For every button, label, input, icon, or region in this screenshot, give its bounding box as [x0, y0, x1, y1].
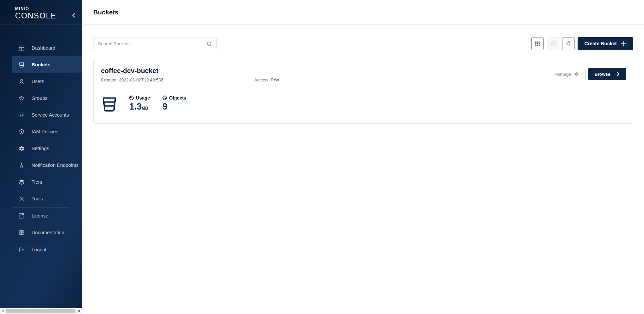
chevron-left-icon: [72, 13, 75, 18]
objects-icon: [162, 96, 167, 100]
create-bucket-label: Create Bucket: [584, 41, 617, 46]
sidebar-item-label: Logout: [32, 247, 46, 252]
sidebar-menu: Dashboard Buckets Users Groups: [0, 40, 82, 258]
bucket-list-icon: [550, 40, 556, 47]
browse-label: Browse: [595, 72, 610, 77]
license-icon: [18, 212, 25, 219]
collapse-sidebar-button[interactable]: [71, 12, 77, 18]
sidebar-item-label: License: [32, 213, 48, 218]
documentation-icon: [18, 229, 25, 236]
sidebar-item-service-accounts[interactable]: Service Accounts: [12, 107, 82, 123]
grid-view-button[interactable]: [531, 37, 544, 50]
usage-pie-icon: [129, 96, 134, 100]
manage-button[interactable]: Manage: [549, 68, 586, 80]
page-header: Buckets: [82, 0, 644, 25]
sidebar-item-logout[interactable]: Logout: [12, 241, 82, 258]
browse-button[interactable]: Browse: [588, 68, 626, 80]
bucket-card: coffee-dev-bucket Created: 2022-01-02T12…: [93, 59, 633, 124]
sidebar-item-label: IAM Policies: [32, 129, 58, 134]
sidebar-item-label: Service Accounts: [32, 112, 69, 118]
sidebar-item-label: Tiers: [32, 179, 42, 185]
bucket-name: coffee-dev-bucket: [101, 67, 279, 75]
list-view-button[interactable]: [547, 37, 559, 50]
usage-value: 1.3: [129, 102, 142, 112]
sidebar-item-documentation[interactable]: Documentation: [12, 224, 82, 241]
groups-icon: [18, 95, 25, 102]
tiers-layers-icon: [18, 178, 25, 186]
bucket-access: Access: R/W: [254, 77, 279, 82]
logo-minio-bold: MIN: [15, 6, 24, 11]
sidebar-item-buckets[interactable]: Buckets: [12, 56, 82, 73]
search-input[interactable]: [94, 38, 216, 50]
logout-icon: [18, 246, 25, 253]
sidebar-item-tiers[interactable]: Tiers: [12, 174, 82, 190]
scrollbar-thumb[interactable]: [6, 309, 75, 313]
sidebar-item-label: Settings: [32, 146, 49, 151]
sidebar-item-label: Buckets: [32, 62, 50, 67]
bucket-icon-large: [101, 95, 118, 113]
iam-policies-icon: [18, 128, 25, 135]
usage-unit: MB: [142, 106, 148, 111]
dashboard-icon: [18, 44, 25, 52]
refresh-icon: [565, 41, 572, 47]
objects-label: Objects: [169, 95, 186, 101]
sidebar-item-settings[interactable]: Settings: [12, 140, 82, 157]
plus-icon: [621, 41, 627, 47]
tools-icon: [18, 195, 25, 202]
settings-gear-icon: [18, 145, 25, 152]
sidebar-item-label: Dashboard: [32, 45, 55, 51]
objects-metric: Objects 9: [162, 95, 186, 111]
bucket-card-header: coffee-dev-bucket Created: 2022-01-02T12…: [101, 67, 626, 82]
lambda-icon: λ: [18, 162, 25, 169]
refresh-button[interactable]: [562, 37, 575, 50]
sidebar-item-dashboard[interactable]: Dashboard: [12, 40, 82, 56]
page-title: Buckets: [93, 9, 118, 16]
scroll-right-arrow-icon[interactable]: [78, 310, 80, 312]
main-area: Buckets: [82, 0, 644, 314]
sidebar-item-label: Notification Endpoints: [32, 163, 78, 168]
sidebar: MINIO CONSOLE Dashboard Buckets: [0, 0, 82, 308]
scroll-left-arrow-icon[interactable]: [2, 310, 4, 312]
content: Create Bucket coffee-dev-bucket Created:…: [82, 37, 644, 124]
bucket-metrics: Usage 1.3MB Objects 9: [101, 88, 626, 113]
sidebar-item-notification-endpoints[interactable]: λ Notification Endpoints: [12, 157, 82, 174]
sidebar-item-users[interactable]: Users: [12, 73, 82, 90]
arrow-right-icon: [613, 72, 620, 76]
minio-console-app: MINIO CONSOLE Dashboard Buckets: [0, 0, 644, 314]
bucket-created: Created: 2022-01-02T12:49:53Z: [101, 77, 254, 82]
service-accounts-icon: [18, 111, 25, 119]
usage-label: Usage: [136, 95, 150, 101]
objects-value: 9: [162, 102, 186, 111]
sidebar-item-label: Tools: [32, 196, 43, 201]
logo-minio-thin: IO: [24, 6, 30, 11]
sidebar-item-tools[interactable]: Tools: [12, 190, 82, 207]
search-icon: [206, 41, 213, 49]
sidebar-item-label: Documentation: [32, 230, 64, 235]
usage-metric: Usage 1.3MB: [129, 95, 150, 111]
create-bucket-button[interactable]: Create Bucket: [578, 37, 633, 50]
sidebar-item-label: Users: [32, 79, 44, 84]
gear-icon: [574, 72, 579, 77]
sidebar-item-label: Groups: [32, 96, 48, 101]
view-toolbar: Create Bucket: [531, 37, 633, 50]
users-icon: [18, 78, 25, 85]
grid-view-icon: [534, 41, 541, 47]
search-box: [93, 38, 217, 50]
sidebar-item-groups[interactable]: Groups: [12, 90, 82, 107]
manage-label: Manage: [555, 72, 571, 77]
sidebar-item-license[interactable]: License: [12, 207, 82, 224]
actions-row: Create Bucket: [93, 37, 633, 50]
minio-logo: MINIO CONSOLE: [0, 0, 82, 25]
sidebar-item-iam-policies[interactable]: IAM Policies: [12, 123, 82, 140]
buckets-icon: [18, 61, 25, 68]
sidebar-horizontal-scrollbar[interactable]: [0, 308, 82, 314]
